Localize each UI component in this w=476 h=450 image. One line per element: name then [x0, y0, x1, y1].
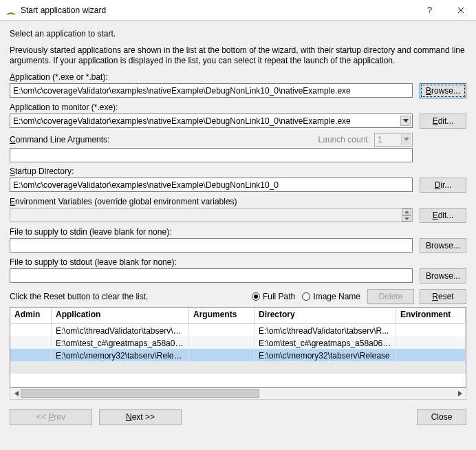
launch-count-label: Launch count: [318, 135, 370, 144]
env-spinner[interactable] [402, 208, 411, 222]
startup-dir-button[interactable]: Dir... [420, 178, 466, 193]
chevron-down-icon[interactable] [400, 116, 411, 126]
help-button[interactable]: ? [414, 0, 445, 21]
close-window-button[interactable] [445, 0, 476, 21]
close-button[interactable]: Close [417, 409, 466, 425]
history-grid[interactable]: Admin Application Arguments Directory En… [10, 307, 466, 388]
stdin-browse-button[interactable]: Browse... [420, 238, 466, 253]
reset-hint: Click the Reset button to clear the list… [10, 292, 252, 301]
application-label: Application (*.exe or *.bat): [10, 72, 466, 82]
title-bar: Start application wizard ? [0, 0, 476, 21]
grid-header: Admin Application Arguments Directory En… [10, 308, 466, 324]
scroll-right-icon[interactable] [454, 388, 466, 399]
startup-input[interactable] [10, 178, 413, 192]
stdout-input[interactable] [10, 268, 413, 283]
intro-text: Select an application to start. Previous… [10, 29, 466, 67]
intro-line2: Previously started applications are show… [10, 45, 466, 67]
col-admin[interactable]: Admin [10, 308, 52, 323]
col-app[interactable]: Application [52, 308, 189, 323]
window-title: Start application wizard [21, 6, 414, 15]
table-row[interactable]: E:\om\test_c#\greatmaps_a58a0604...E:\om… [10, 336, 466, 349]
next-button[interactable]: Next >> [99, 409, 182, 425]
table-row[interactable]: E:\om\c\memory32\tabserv\Releas...E:\om\… [10, 349, 466, 361]
app-icon [6, 5, 17, 16]
col-args[interactable]: Arguments [189, 308, 255, 323]
col-env[interactable]: Environment [396, 308, 466, 323]
application-input[interactable] [10, 83, 413, 98]
radio-full-path[interactable]: Full Path [252, 292, 295, 301]
horizontal-scrollbar[interactable] [10, 388, 466, 400]
launch-count-combo[interactable]: 1 [374, 133, 413, 147]
stdout-label: File to supply to stdout (leave blank fo… [10, 257, 466, 267]
stdin-label: File to supply to stdin (leave blank for… [10, 227, 466, 237]
history-list-area: Click the Reset button to clear the list… [10, 289, 466, 400]
env-input[interactable] [10, 208, 413, 222]
delete-button[interactable]: Delete [367, 289, 414, 304]
table-row[interactable]: E:\om\c\threadValidator\tabserv\R...E:\o… [10, 324, 466, 336]
env-edit-button[interactable]: Edit... [420, 208, 466, 223]
wizard-footer: << Prev Next >> Close [10, 409, 466, 425]
args-input[interactable] [10, 148, 413, 162]
stdout-browse-button[interactable]: Browse... [420, 268, 466, 283]
content-area: Select an application to start. Previous… [0, 21, 476, 432]
intro-line1: Select an application to start. [10, 29, 466, 40]
monitor-edit-button[interactable]: Edit... [420, 114, 466, 129]
chevron-down-icon [401, 134, 411, 145]
application-browse-button[interactable]: Browse... [420, 83, 466, 98]
startup-label: Startup Directory: [10, 167, 466, 176]
monitor-combo[interactable]: E:\om\c\coverageValidator\examples\nativ… [10, 114, 413, 128]
col-dir[interactable]: Directory [255, 308, 396, 323]
stdin-input[interactable] [10, 238, 413, 253]
scroll-thumb[interactable] [21, 389, 259, 398]
reset-button[interactable]: Reset [420, 289, 466, 304]
radio-image-name[interactable]: Image Name [302, 292, 360, 301]
prev-button[interactable]: << Prev [10, 409, 92, 425]
env-label: Environment Variables (override global e… [10, 197, 466, 206]
table-row [10, 361, 466, 374]
args-label: Command Line Arguments: [10, 135, 318, 144]
monitor-label: Application to monitor (*.exe): [10, 103, 466, 112]
